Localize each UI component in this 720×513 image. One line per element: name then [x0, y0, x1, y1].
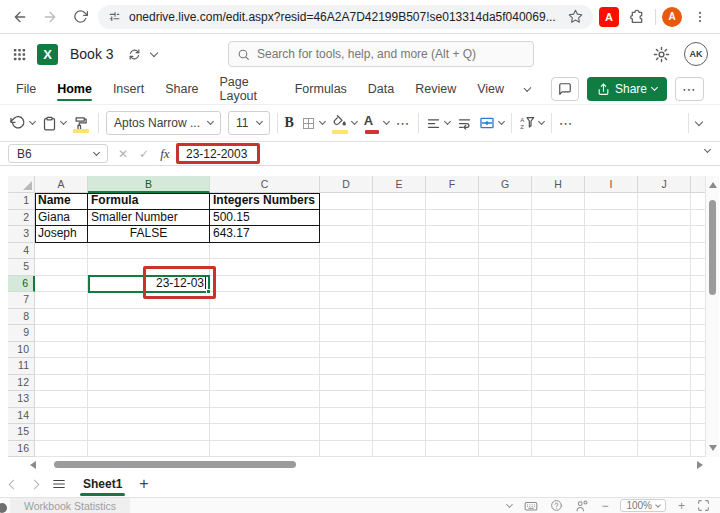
cell-C11[interactable] [210, 358, 320, 375]
cell-D13[interactable] [320, 391, 373, 408]
cell-E9[interactable] [373, 325, 426, 342]
sheet-tab-sheet1[interactable]: Sheet1 [80, 472, 125, 497]
column-header-G[interactable]: G [479, 176, 532, 193]
sort-filter-chevron-icon[interactable] [538, 118, 545, 125]
cell-B12[interactable] [88, 375, 210, 392]
cell-J16[interactable] [638, 441, 691, 458]
cell-J10[interactable] [638, 342, 691, 359]
cell-E10[interactable] [373, 342, 426, 359]
cell-B8[interactable] [88, 309, 210, 326]
cell-A2[interactable]: Giana [35, 210, 88, 227]
cell-I5[interactable] [585, 259, 638, 276]
cell-A8[interactable] [35, 309, 88, 326]
cell-E7[interactable] [373, 292, 426, 309]
name-box[interactable]: B6 [8, 144, 108, 163]
cell-G9[interactable] [479, 325, 532, 342]
font-color-chevron-icon[interactable] [383, 118, 390, 125]
column-header-F[interactable]: F [426, 176, 479, 193]
cell-J4[interactable] [638, 243, 691, 260]
merge-cells-button[interactable] [479, 115, 504, 131]
cell-J15[interactable] [638, 424, 691, 441]
cell-C10[interactable] [210, 342, 320, 359]
cell-J1[interactable] [638, 193, 691, 210]
scroll-down-icon[interactable] [709, 445, 717, 451]
cell-G13[interactable] [479, 391, 532, 408]
cell-E15[interactable] [373, 424, 426, 441]
cell-H13[interactable] [532, 391, 585, 408]
cell-A9[interactable] [35, 325, 88, 342]
cell-D6[interactable] [320, 276, 373, 293]
cell-J5[interactable] [638, 259, 691, 276]
tab-home[interactable]: Home [57, 74, 92, 104]
cell-C4[interactable] [210, 243, 320, 260]
cell-E11[interactable] [373, 358, 426, 375]
cell-G3[interactable] [479, 226, 532, 243]
cell-J12[interactable] [638, 375, 691, 392]
cell-I7[interactable] [585, 292, 638, 309]
comments-button[interactable] [551, 77, 579, 101]
cell-F1[interactable] [426, 193, 479, 210]
tab-view[interactable]: View [477, 74, 504, 104]
cell-I9[interactable] [585, 325, 638, 342]
cell-B6[interactable]: 23-12-03 [88, 276, 210, 293]
cell-C3[interactable]: 643.17 [210, 226, 320, 243]
zoom-out-button[interactable]: − [601, 499, 608, 513]
title-dropdown-chevron-icon[interactable] [149, 48, 157, 56]
cell-E4[interactable] [373, 243, 426, 260]
cell-G10[interactable] [479, 342, 532, 359]
cell-B15[interactable] [88, 424, 210, 441]
add-sheet-button[interactable]: + [139, 475, 148, 493]
url-text[interactable]: onedrive.live.com/edit.aspx?resid=46A2A7… [129, 10, 560, 24]
cell-I8[interactable] [585, 309, 638, 326]
font-size-select[interactable]: 11 [228, 111, 269, 135]
cell-J14[interactable] [638, 408, 691, 425]
bookmark-star-icon[interactable] [568, 9, 583, 24]
cell-I4[interactable] [585, 243, 638, 260]
cell-B1[interactable]: Formula [88, 193, 210, 210]
font-group-more-button[interactable]: ⋯ [396, 115, 411, 131]
cell-H1[interactable] [532, 193, 585, 210]
cell-F15[interactable] [426, 424, 479, 441]
cell-C15[interactable] [210, 424, 320, 441]
cell-D16[interactable] [320, 441, 373, 458]
column-header-I[interactable]: I [585, 176, 638, 193]
scroll-right-icon[interactable] [697, 461, 703, 469]
cell-I12[interactable] [585, 375, 638, 392]
cell-B9[interactable] [88, 325, 210, 342]
cell-I2[interactable] [585, 210, 638, 227]
cell-I10[interactable] [585, 342, 638, 359]
cell-C13[interactable] [210, 391, 320, 408]
cell-G1[interactable] [479, 193, 532, 210]
cell-E16[interactable] [373, 441, 426, 458]
cell-H2[interactable] [532, 210, 585, 227]
row-header-16[interactable]: 16 [8, 441, 35, 458]
tab-page-layout[interactable]: Page Layout [220, 74, 274, 104]
toolbar-more-button[interactable]: ⋯ [559, 115, 574, 131]
cell-A12[interactable] [35, 375, 88, 392]
cell-F13[interactable] [426, 391, 479, 408]
cell-H12[interactable] [532, 375, 585, 392]
tab-insert[interactable]: Insert [113, 74, 144, 104]
cell-E2[interactable] [373, 210, 426, 227]
fill-color-button[interactable] [332, 114, 357, 132]
ribbon-collapse-chevron-icon[interactable] [695, 117, 703, 125]
row-header-7[interactable]: 7 [8, 292, 35, 309]
status-chevron-icon[interactable] [506, 500, 513, 507]
cell-C7[interactable] [210, 292, 320, 309]
cell-D12[interactable] [320, 375, 373, 392]
reload-icon[interactable] [68, 5, 92, 29]
cell-E5[interactable] [373, 259, 426, 276]
previous-sheet-icon[interactable] [10, 481, 17, 488]
cell-H7[interactable] [532, 292, 585, 309]
horizontal-scroll-thumb[interactable] [54, 461, 296, 468]
cell-D5[interactable] [320, 259, 373, 276]
ribbon-tabs-chevron-icon[interactable] [524, 84, 532, 92]
browser-profile-avatar[interactable]: A [662, 7, 682, 27]
column-header-B[interactable]: B [88, 176, 210, 193]
borders-button[interactable] [301, 116, 325, 131]
cell-F4[interactable] [426, 243, 479, 260]
cell-F8[interactable] [426, 309, 479, 326]
wrap-text-button[interactable] [457, 116, 472, 131]
cell-H10[interactable] [532, 342, 585, 359]
cell-D10[interactable] [320, 342, 373, 359]
